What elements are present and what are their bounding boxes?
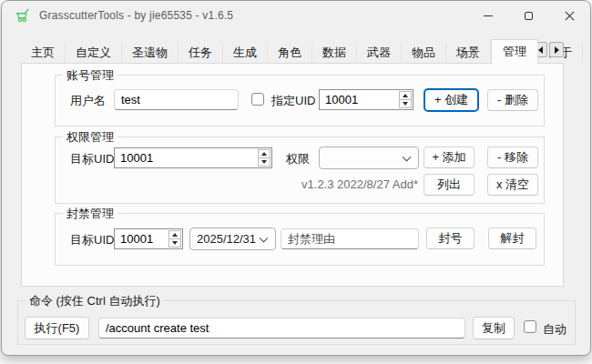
- grasscutter-cart-icon: [15, 7, 31, 24]
- tab-scene[interactable]: 场景: [446, 43, 491, 63]
- permission-label: 权限: [286, 151, 310, 167]
- chevron-down-icon: [260, 233, 269, 242]
- command-group: 命令 (按住 Ctrl 自动执行) 执行(F5) 复制 自动: [17, 300, 576, 345]
- tab-quest[interactable]: 任务: [179, 43, 223, 63]
- tab-weapon[interactable]: 武器: [357, 43, 402, 63]
- perm-uid-spinner: [114, 147, 272, 168]
- delete-account-button[interactable]: - 删除: [487, 89, 538, 111]
- tab-custom[interactable]: 自定义: [66, 43, 122, 63]
- ban-uid-input[interactable]: [115, 229, 168, 248]
- down-arrow-icon: [172, 241, 178, 245]
- tab-bar: 主页 自定义 圣遗物 任务 生成 角色 数据 武器 物品 场景 管理 关于: [21, 39, 564, 63]
- down-arrow-icon: [261, 160, 267, 164]
- account-uid-spinner: [319, 89, 413, 110]
- tab-stats[interactable]: 数据: [312, 43, 357, 63]
- tab-scroll-right-button[interactable]: [549, 42, 564, 57]
- minimize-button[interactable]: [467, 1, 508, 30]
- tab-item[interactable]: 物品: [402, 43, 446, 63]
- tab-avatar[interactable]: 角色: [268, 43, 312, 63]
- spinner-down-button[interactable]: [169, 239, 180, 247]
- permission-combobox[interactable]: [319, 147, 419, 169]
- perm-uid-input[interactable]: [115, 148, 258, 167]
- spinner-arrows: [399, 91, 412, 108]
- ban-reason-input[interactable]: [281, 228, 419, 249]
- app-window: GrasscutterTools - by jie65535 - v1.6.5 …: [1, 0, 591, 356]
- spinner-down-button[interactable]: [259, 158, 270, 166]
- ban-target-uid-label: 目标UID: [70, 232, 114, 248]
- unban-button[interactable]: 解封: [488, 228, 536, 249]
- maximize-icon: [525, 12, 533, 20]
- spinner-up-button[interactable]: [400, 92, 411, 100]
- left-arrow-icon: [538, 46, 543, 54]
- ban-group-title: 封禁管理: [63, 207, 117, 220]
- specify-uid-label: 指定UID: [271, 93, 315, 109]
- spinner-arrows: [258, 149, 270, 167]
- specify-uid-checkbox[interactable]: [251, 93, 264, 106]
- account-uid-input[interactable]: [320, 90, 399, 109]
- list-permissions-button[interactable]: 列出: [424, 174, 475, 196]
- up-arrow-icon: [172, 233, 178, 237]
- spinner-arrows: [168, 230, 181, 248]
- perm-target-uid-label: 目标UID: [70, 151, 114, 167]
- tab-spawn[interactable]: 生成: [223, 43, 268, 63]
- tab-page-management: 账号管理 用户名 指定UID + 创建 - 删除 权限管理 目标UID: [21, 63, 564, 287]
- ban-date-value: 2025/12/31: [197, 232, 256, 246]
- chevron-down-icon: [403, 152, 412, 161]
- up-arrow-icon: [261, 152, 267, 156]
- window-title: GrasscutterTools - by jie65535 - v1.6.5: [39, 9, 233, 22]
- copy-command-button[interactable]: 复制: [473, 317, 515, 339]
- ban-button[interactable]: 封号: [426, 228, 475, 249]
- auto-execute-label: 自动: [543, 321, 566, 338]
- run-command-button[interactable]: 执行(F5): [25, 317, 89, 339]
- caption-buttons: [467, 1, 590, 30]
- create-account-button[interactable]: + 创建: [424, 88, 479, 112]
- auto-execute-checkbox[interactable]: [524, 320, 536, 333]
- ban-date-picker[interactable]: 2025/12/31: [189, 228, 276, 250]
- close-icon: [564, 10, 576, 22]
- permission-group: 权限管理 目标UID 权限 + 添加 - 移除 v1.2.3 2022/8/27…: [55, 136, 545, 204]
- spinner-down-button[interactable]: [400, 100, 411, 107]
- ban-group: 封禁管理 目标UID 2025/12/31 封号 解封: [55, 213, 545, 266]
- ban-uid-spinner: [114, 228, 183, 249]
- minimize-icon: [484, 15, 493, 16]
- spinner-up-button[interactable]: [259, 150, 270, 158]
- command-group-title: 命令 (按住 Ctrl 自动执行): [26, 294, 164, 308]
- clear-permissions-button[interactable]: x 清空: [487, 174, 538, 196]
- add-permission-button[interactable]: + 添加: [424, 147, 475, 168]
- account-group: 账号管理 用户名 指定UID + 创建 - 删除: [55, 75, 545, 126]
- command-input[interactable]: [98, 318, 465, 339]
- right-arrow-icon: [555, 46, 559, 54]
- username-input[interactable]: [114, 89, 239, 110]
- username-label: 用户名: [70, 93, 106, 109]
- down-arrow-icon: [403, 102, 408, 106]
- close-button[interactable]: [549, 1, 590, 30]
- tab-home[interactable]: 主页: [21, 43, 66, 63]
- remove-permission-button[interactable]: - 移除: [487, 147, 538, 168]
- permission-group-title: 权限管理: [63, 130, 117, 144]
- tab-management[interactable]: 管理: [491, 39, 538, 64]
- version-note: v1.2.3 2022/8/27 Add*: [219, 177, 418, 191]
- spinner-up-button[interactable]: [169, 231, 180, 239]
- maximize-button[interactable]: [508, 1, 549, 30]
- tab-artifact[interactable]: 圣遗物: [122, 43, 179, 63]
- title-bar: GrasscutterTools - by jie65535 - v1.6.5: [2, 1, 590, 30]
- account-group-title: 账号管理: [63, 68, 117, 82]
- up-arrow-icon: [403, 94, 408, 97]
